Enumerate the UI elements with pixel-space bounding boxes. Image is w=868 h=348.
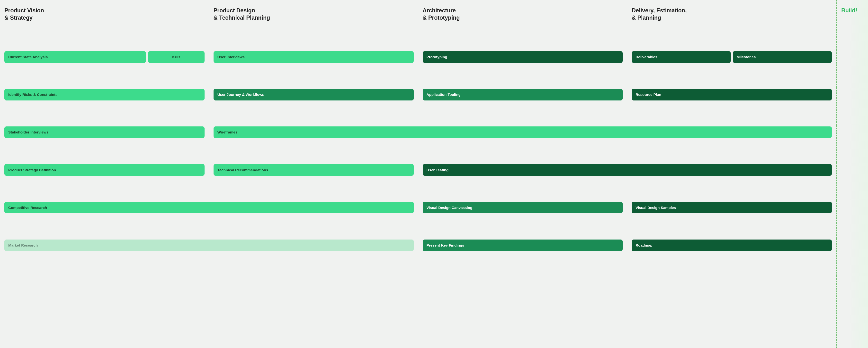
row-r1-c4: Deliverables Milestones bbox=[632, 51, 832, 63]
cell-r1-c4: Deliverables Milestones bbox=[627, 50, 836, 88]
card-technical-recommendations[interactable]: Technical Recommendations bbox=[214, 164, 414, 176]
card-user-journey-workflows[interactable]: User Journey & Workflows bbox=[214, 89, 414, 101]
card-user-interviews[interactable]: User Interviews bbox=[214, 51, 414, 63]
cell-r1-c5 bbox=[836, 50, 868, 88]
cell-r2-c4: Resource Plan bbox=[627, 88, 836, 125]
cell-r1-c2: User Interviews bbox=[209, 50, 418, 88]
card-milestones[interactable]: Milestones bbox=[733, 51, 832, 63]
cell-r2-c5 bbox=[836, 88, 868, 125]
cell-r5-c12: Competitive Research bbox=[0, 201, 418, 238]
cell-r1-c3: Prototyping bbox=[418, 50, 627, 88]
col4-header: Delivery, Estimation, & Planning bbox=[627, 0, 836, 50]
cell-r3-c5 bbox=[836, 125, 868, 163]
card-user-testing[interactable]: User Testing bbox=[423, 164, 832, 176]
card-present-key-findings[interactable]: Present Key Findings bbox=[423, 240, 623, 251]
row-r1-c1: Current State Analysis KPIs bbox=[4, 51, 205, 63]
cell-r1-c1: Current State Analysis KPIs bbox=[0, 50, 209, 88]
cell-r4-c34: User Testing bbox=[418, 163, 837, 201]
cell-r6-c12: Market Research bbox=[0, 238, 418, 276]
card-application-tooling[interactable]: Application Tooling bbox=[423, 89, 623, 101]
cell-r6-c5 bbox=[836, 238, 868, 276]
card-visual-design-samples[interactable]: Visual Design Samples bbox=[632, 202, 832, 213]
cell-r3-c1: Stakeholder Interviews bbox=[0, 125, 209, 163]
cell-r5-c4: Visual Design Samples bbox=[627, 201, 836, 238]
empty-r7-c1 bbox=[0, 276, 209, 324]
empty-r7-c4 bbox=[627, 276, 836, 348]
card-stakeholder-interviews[interactable]: Stakeholder Interviews bbox=[4, 127, 205, 138]
card-competitive-research[interactable]: Competitive Research bbox=[4, 202, 414, 213]
empty-r7-c3 bbox=[418, 276, 627, 348]
card-market-research[interactable]: Market Research bbox=[4, 240, 414, 251]
card-wireframes[interactable]: Wireframes bbox=[214, 127, 832, 138]
card-identify-risks[interactable]: Identify Risks & Constraints bbox=[4, 89, 205, 101]
kanban-board: Product Vision & Strategy Product Design… bbox=[0, 0, 868, 348]
card-resource-plan[interactable]: Resource Plan bbox=[632, 89, 832, 101]
cell-r4-c5 bbox=[836, 163, 868, 201]
cell-r4-c2: Technical Recommendations bbox=[209, 163, 418, 201]
cell-r2-c1: Identify Risks & Constraints bbox=[0, 88, 209, 125]
cell-r6-c4: Roadmap bbox=[627, 238, 836, 276]
col3-header: Architecture & Prototyping bbox=[418, 0, 627, 50]
cell-r4-c1: Product Strategy Definition bbox=[0, 163, 209, 201]
empty-r7-c5 bbox=[836, 276, 868, 348]
col1-header: Product Vision & Strategy bbox=[0, 0, 209, 50]
card-deliverables[interactable]: Deliverables bbox=[632, 51, 731, 63]
col5-header: Build! bbox=[836, 0, 868, 50]
empty-r7-c2 bbox=[209, 276, 418, 348]
card-prototyping[interactable]: Prototyping bbox=[423, 51, 623, 63]
cell-r2-c3: Application Tooling bbox=[418, 88, 627, 125]
card-current-state-analysis[interactable]: Current State Analysis bbox=[4, 51, 146, 63]
card-roadmap[interactable]: Roadmap bbox=[632, 240, 832, 251]
cell-r2-c2: User Journey & Workflows bbox=[209, 88, 418, 125]
col2-header: Product Design & Technical Planning bbox=[209, 0, 418, 50]
card-product-strategy-definition[interactable]: Product Strategy Definition bbox=[4, 164, 205, 176]
cell-r3-c234: Wireframes bbox=[209, 125, 836, 163]
card-visual-design-canvassing[interactable]: Visual Design Canvassing bbox=[423, 202, 623, 213]
cell-r5-c5 bbox=[836, 201, 868, 238]
cell-r5-c3: Visual Design Canvassing bbox=[418, 201, 627, 238]
card-kpis[interactable]: KPIs bbox=[148, 51, 204, 63]
cell-r6-c3: Present Key Findings bbox=[418, 238, 627, 276]
